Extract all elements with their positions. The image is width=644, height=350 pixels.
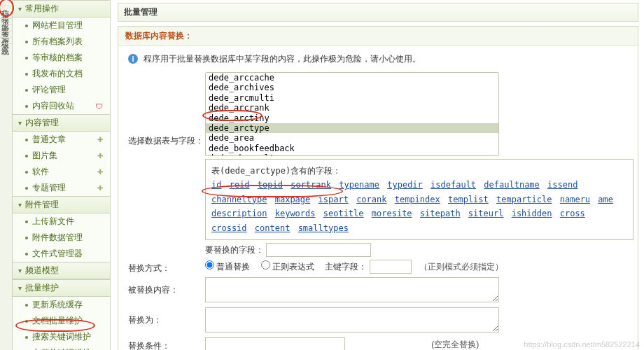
plus-icon: ✚ (97, 152, 103, 160)
bullet-icon (25, 105, 28, 108)
field-link-cross[interactable]: cross (560, 209, 585, 218)
field-link-sortrank[interactable]: sortrank (290, 180, 331, 190)
field-link-description[interactable]: description (211, 209, 267, 218)
field-link-typename[interactable]: typename (339, 180, 379, 190)
field-link-content[interactable]: content (255, 223, 290, 233)
bullet-icon (25, 336, 28, 339)
menu-group-2[interactable]: ▾附件管理 (13, 196, 110, 214)
field-link-ishidden[interactable]: ishidden (512, 209, 552, 218)
lefttab-5[interactable]: 模板 (0, 31, 12, 38)
field-link-sitepath[interactable]: sitepath (420, 209, 461, 218)
info-icon: i (128, 54, 138, 64)
bullet-icon (25, 155, 28, 158)
field-link-topid[interactable]: topid (258, 180, 283, 190)
menu-group-0[interactable]: ▾常用操作 (13, 0, 110, 18)
chevron-down-icon: ▾ (18, 119, 22, 127)
bullet-icon (25, 89, 28, 92)
watermark: https://blog.csdn.net/m582522214 (524, 340, 640, 349)
field-link-smalltypes[interactable]: smalltypes (298, 223, 349, 233)
field-link-tempindex[interactable]: tempindex (395, 195, 440, 204)
pk-input[interactable] (370, 260, 412, 274)
shield-icon: 🛡 (95, 102, 103, 111)
menu-item-1-3[interactable]: 专题管理✚ (13, 180, 110, 196)
radio-normal[interactable]: 普通替换 (205, 262, 250, 272)
menu-item-0-2[interactable]: 等审核的档案 (13, 50, 110, 66)
menu-item-4-2[interactable]: 搜索关键词维护 (13, 329, 110, 345)
lefttab-0[interactable]: 核心 (0, 0, 12, 6)
bullet-icon (25, 253, 28, 255)
menu-item-0-3[interactable]: 我发布的文档 (13, 66, 110, 82)
replace-textarea[interactable] (205, 307, 499, 332)
chevron-down-icon: ▾ (18, 201, 22, 209)
menu-item-4-1[interactable]: 文档批量维护 (13, 313, 110, 329)
bullet-icon (25, 187, 28, 190)
menu-item-2-1[interactable]: 附件数据管理 (13, 230, 110, 246)
lefttab-2[interactable]: 生成 (0, 13, 12, 19)
panel-title: 数据库内容替换： (118, 27, 638, 46)
menu-item-1-0[interactable]: 普通文章✚ (13, 132, 110, 148)
menu-item-1-1[interactable]: 图片集✚ (13, 148, 110, 164)
field-link-ame[interactable]: ame (598, 195, 613, 204)
field-link-id[interactable]: id (211, 180, 221, 190)
menu-item-0-0[interactable]: 网站栏目管理 (13, 18, 110, 34)
menu-item-2-2[interactable]: 文件式管理器 (13, 246, 110, 262)
warning-text: 程序用于批量替换数据库中某字段的内容，此操作极为危险，请小心使用。 (144, 53, 421, 65)
field-link-ispart[interactable]: ispart (318, 195, 349, 204)
mode-hint: （正则模式必须指定） (419, 262, 503, 272)
search-textarea[interactable] (205, 277, 499, 302)
plus-icon: ✚ (97, 184, 103, 192)
lefttab-1[interactable]: 模块 (0, 6, 12, 13)
breadcrumb: 批量管理 (118, 3, 638, 22)
field-link-siteurl[interactable]: siteurl (468, 209, 504, 218)
field-link-templist[interactable]: templist (448, 195, 489, 204)
menu-item-4-3[interactable]: 文档关键词维护 (13, 345, 110, 350)
bullet-icon (25, 220, 28, 223)
fields-box: 表(dede_arctype)含有的字段： id reid topid sort… (205, 159, 634, 240)
plus-icon: ✚ (97, 136, 103, 144)
field-link-reid[interactable]: reid (230, 180, 250, 190)
field-link-issend[interactable]: issend (547, 180, 578, 190)
chevron-down-icon: ▾ (18, 5, 22, 13)
replace-field-input[interactable] (266, 243, 371, 257)
field-link-keywords[interactable]: keywords (275, 209, 316, 218)
field-link-nameru[interactable]: nameru (560, 195, 590, 204)
menu-item-2-0[interactable]: 上传新文件 (13, 214, 110, 230)
chevron-down-icon: ▾ (18, 284, 22, 292)
menu-group-4[interactable]: ▾批量维护 (13, 279, 110, 297)
menu-item-0-5[interactable]: 内容回收站🛡 (13, 98, 110, 114)
menu-item-0-1[interactable]: 所有档案列表 (13, 34, 110, 50)
menu-item-4-0[interactable]: 更新系统缓存 (13, 297, 110, 313)
label-pk: 主键字段： (325, 262, 367, 272)
menu-group-3[interactable]: ▾频道模型 (13, 262, 110, 279)
bullet-icon (25, 171, 28, 174)
menu-item-1-2[interactable]: 软件✚ (13, 164, 110, 180)
menu-group-1[interactable]: ▾内容管理 (13, 114, 110, 132)
bullet-icon (25, 304, 28, 307)
field-link-defaultname[interactable]: defaultname (484, 180, 539, 190)
table-select[interactable]: dede_arccachedede_archivesdede_arcmultid… (205, 72, 499, 156)
field-link-crossid[interactable]: crossid (211, 223, 247, 233)
field-link-maxpage[interactable]: maxpage (275, 195, 311, 204)
field-link-seotitle[interactable]: seotitle (323, 209, 364, 218)
lefttab-3[interactable]: 采集 (0, 19, 12, 25)
label-select-table: 选择数据表与字段： (128, 72, 205, 147)
radio-regex[interactable]: 正则表达式 (261, 262, 314, 272)
field-link-temparticle[interactable]: temparticle (496, 195, 552, 204)
field-link-corank[interactable]: corank (356, 195, 386, 204)
menu-item-0-4[interactable]: 评论管理 (13, 82, 110, 98)
plus-icon: ✚ (97, 168, 103, 176)
lefttab-4[interactable]: 会员 (0, 25, 12, 31)
condition-input[interactable] (205, 337, 345, 350)
label-condition: 替换条件： (128, 337, 205, 350)
bullet-icon (25, 237, 28, 239)
field-link-moresite[interactable]: moresite (372, 209, 412, 218)
bullet-icon (25, 24, 28, 27)
bullet-icon (25, 320, 28, 323)
lefttab-6[interactable]: 系统 (0, 38, 12, 44)
condition-hint: (空完全替换) (431, 340, 479, 349)
label-replace-with: 替换为： (128, 307, 205, 326)
field-link-typedir[interactable]: typedir (387, 180, 423, 190)
field-link-isdefault[interactable]: isdefault (430, 180, 476, 190)
bullet-icon (25, 73, 28, 76)
field-link-channeltype[interactable]: channeltype (211, 195, 267, 204)
